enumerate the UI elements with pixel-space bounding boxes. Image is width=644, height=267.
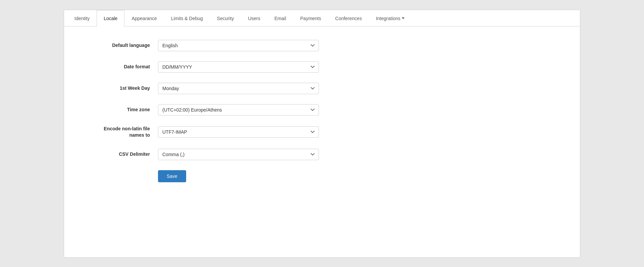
tab-users[interactable]: Users bbox=[241, 10, 267, 26]
csv-delimiter-label: CSV Delimiter bbox=[84, 151, 158, 158]
default-language-select[interactable]: English French German Spanish Greek bbox=[158, 40, 319, 51]
settings-panel: Identity Locale Appearance Limits & Debu… bbox=[64, 10, 580, 258]
time-zone-row: Time zone (UTC+02:00) Europe/Athens (UTC… bbox=[84, 104, 560, 116]
tab-payments[interactable]: Payments bbox=[293, 10, 328, 26]
tab-conferences[interactable]: Conferences bbox=[328, 10, 369, 26]
date-format-label: Date format bbox=[84, 64, 158, 70]
tab-limits-debug[interactable]: Limits & Debug bbox=[164, 10, 210, 26]
encode-non-latin-label: Encode non-latin file names to bbox=[84, 126, 158, 139]
time-zone-select[interactable]: (UTC+02:00) Europe/Athens (UTC+00:00) UT… bbox=[158, 104, 319, 116]
first-week-day-row: 1st Week Day Monday Sunday Saturday bbox=[84, 83, 560, 94]
tab-security[interactable]: Security bbox=[210, 10, 241, 26]
form-content: Default language English French German S… bbox=[64, 26, 580, 206]
tab-locale[interactable]: Locale bbox=[97, 10, 124, 26]
tab-integrations[interactable]: Integrations bbox=[369, 10, 412, 26]
save-button[interactable]: Save bbox=[158, 170, 186, 182]
time-zone-label: Time zone bbox=[84, 107, 158, 113]
csv-delimiter-row: CSV Delimiter Comma (,) Semicolon (;) Ta… bbox=[84, 149, 560, 160]
encode-non-latin-row: Encode non-latin file names to UTF7-IMAP… bbox=[84, 126, 560, 139]
date-format-row: Date format DD/MM/YYYY MM/DD/YYYY YYYY-M… bbox=[84, 61, 560, 73]
tab-identity[interactable]: Identity bbox=[67, 10, 97, 26]
default-language-row: Default language English French German S… bbox=[84, 40, 560, 51]
encode-non-latin-select[interactable]: UTF7-IMAP UTF-8 Base64 bbox=[158, 126, 319, 138]
tab-appearance[interactable]: Appearance bbox=[124, 10, 164, 26]
default-language-label: Default language bbox=[84, 42, 158, 49]
integrations-chevron-icon bbox=[402, 17, 405, 19]
first-week-day-select[interactable]: Monday Sunday Saturday bbox=[158, 83, 319, 94]
date-format-select[interactable]: DD/MM/YYYY MM/DD/YYYY YYYY-MM-DD bbox=[158, 61, 319, 73]
tabs-bar: Identity Locale Appearance Limits & Debu… bbox=[64, 10, 580, 26]
tab-email[interactable]: Email bbox=[267, 10, 293, 26]
csv-delimiter-select[interactable]: Comma (,) Semicolon (;) Tab Pipe (|) bbox=[158, 149, 319, 160]
first-week-day-label: 1st Week Day bbox=[84, 85, 158, 92]
save-row: Save bbox=[84, 170, 560, 182]
